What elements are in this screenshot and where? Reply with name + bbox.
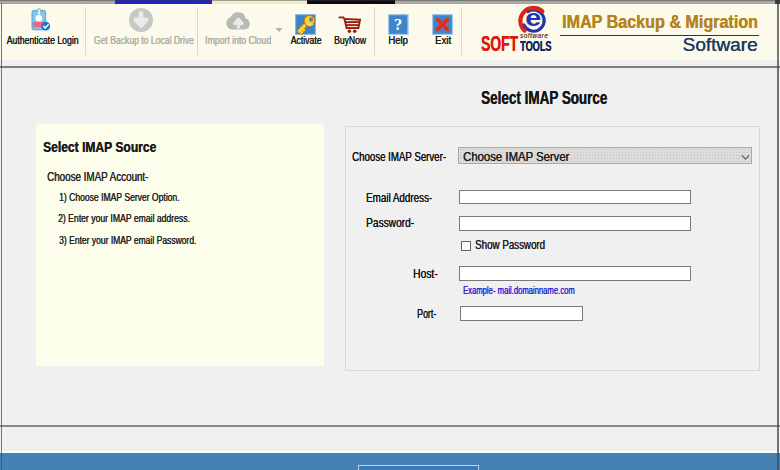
svg-text:?: ? [394,15,402,34]
svg-text:e: e [525,5,541,32]
